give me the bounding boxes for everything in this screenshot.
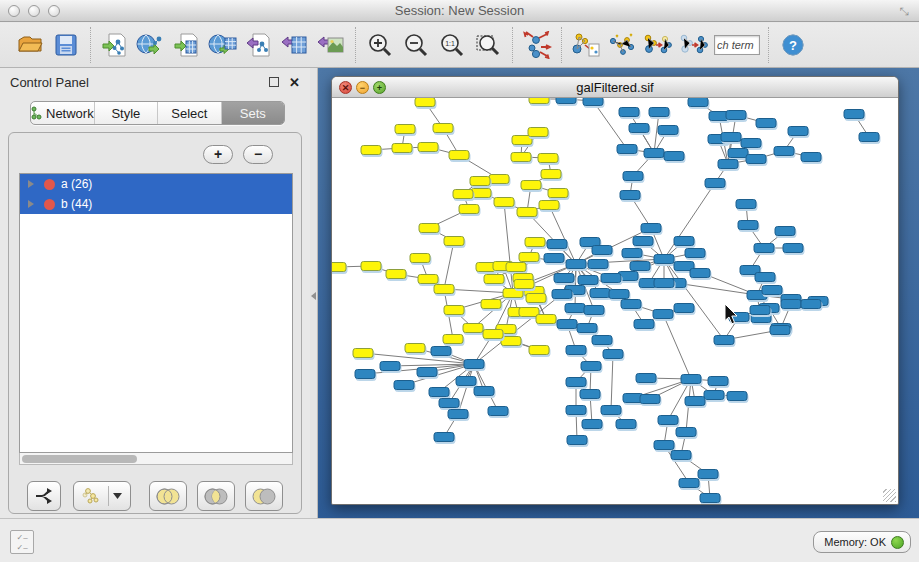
network-canvas[interactable] bbox=[332, 98, 898, 504]
split-arrows-icon bbox=[34, 487, 54, 505]
status-bar: ✓–✓– Memory: OK bbox=[0, 518, 919, 562]
control-panel-tabs: Network Style Select Sets bbox=[30, 101, 285, 125]
export-table-icon bbox=[281, 32, 309, 58]
export-network-button[interactable] bbox=[243, 29, 275, 61]
tab-style[interactable]: Style bbox=[95, 102, 158, 124]
zoom-actual-button[interactable]: 1:1 bbox=[436, 29, 468, 61]
set-color-dot bbox=[44, 199, 55, 210]
traffic-lights bbox=[8, 5, 60, 17]
zoom-selected-button[interactable] bbox=[472, 29, 504, 61]
intersection-icon bbox=[203, 488, 229, 505]
zoom-actual-icon: 1:1 bbox=[439, 32, 465, 58]
first-neighbors-icon bbox=[571, 31, 601, 59]
tab-select-label: Select bbox=[171, 106, 207, 121]
import-network-file-button[interactable] bbox=[99, 29, 131, 61]
minimize-window-button[interactable] bbox=[28, 5, 40, 17]
zoom-in-button[interactable] bbox=[364, 29, 396, 61]
import-network-web-button[interactable] bbox=[135, 29, 167, 61]
sets-horizontal-scrollbar[interactable] bbox=[19, 453, 293, 465]
minimize-view-button[interactable]: − bbox=[356, 81, 369, 94]
deselect-icon bbox=[679, 31, 709, 59]
help-icon: ? bbox=[781, 33, 805, 57]
zoom-out-button[interactable] bbox=[400, 29, 432, 61]
memory-label: Memory: OK bbox=[824, 536, 886, 548]
network-window-titlebar[interactable]: ✕ − + galFiltered.sif bbox=[332, 77, 898, 98]
zoom-selected-icon bbox=[475, 32, 501, 58]
fullscreen-icon[interactable]: ⤡ bbox=[897, 4, 911, 18]
network-desktop: ✕ − + galFiltered.sif bbox=[318, 68, 919, 518]
first-neighbors-button[interactable] bbox=[570, 29, 602, 61]
open-session-icon bbox=[17, 32, 43, 58]
difference-button[interactable] bbox=[245, 481, 283, 511]
export-image-button[interactable] bbox=[315, 29, 347, 61]
import-table-file-icon bbox=[173, 32, 201, 58]
tab-network[interactable]: Network bbox=[31, 102, 95, 124]
tab-network-label: Network bbox=[46, 106, 94, 121]
help-button[interactable]: ? bbox=[777, 29, 809, 61]
import-table-file-button[interactable] bbox=[171, 29, 203, 61]
set-color-dot bbox=[44, 179, 55, 190]
collapse-panel-icon[interactable] bbox=[311, 292, 316, 300]
maximize-view-button[interactable]: + bbox=[373, 81, 386, 94]
expand-triangle-icon[interactable] bbox=[28, 200, 34, 208]
task-history-button[interactable]: ✓–✓– bbox=[10, 530, 34, 554]
hide-selected-button[interactable] bbox=[606, 29, 638, 61]
apply-layout-button[interactable] bbox=[521, 29, 553, 61]
dropdown-arrow-icon bbox=[113, 493, 122, 499]
set-operations bbox=[9, 477, 303, 515]
network-view-title: galFiltered.sif bbox=[332, 80, 898, 95]
tab-sets[interactable]: Sets bbox=[222, 102, 284, 124]
import-table-web-icon bbox=[208, 32, 238, 58]
tab-sets-label: Sets bbox=[240, 106, 266, 121]
control-panel: Control Panel ✕ Network Style Select Set… bbox=[0, 68, 310, 518]
set-label: a (26) bbox=[61, 177, 92, 191]
network-graph[interactable] bbox=[332, 98, 898, 504]
network-view-window[interactable]: ✕ − + galFiltered.sif bbox=[331, 76, 899, 505]
split-set-button[interactable] bbox=[27, 481, 61, 511]
select-from-file-icon bbox=[643, 31, 673, 59]
tab-select[interactable]: Select bbox=[158, 102, 221, 124]
export-image-icon bbox=[317, 32, 345, 58]
window-titlebar: Session: New Session ⤡ bbox=[0, 0, 919, 22]
union-icon bbox=[155, 488, 181, 505]
zoom-in-icon bbox=[367, 32, 393, 58]
svg-text:?: ? bbox=[789, 38, 797, 53]
close-view-button[interactable]: ✕ bbox=[339, 81, 352, 94]
create-set-dropdown-button[interactable] bbox=[73, 481, 131, 511]
toolbar: 1:1 bbox=[0, 23, 919, 68]
difference-icon bbox=[251, 488, 277, 505]
hide-selected-icon bbox=[607, 31, 637, 59]
panel-splitter[interactable] bbox=[310, 68, 318, 518]
set-row-b[interactable]: b (44) bbox=[20, 194, 292, 214]
intersection-button[interactable] bbox=[197, 481, 235, 511]
export-network-icon bbox=[245, 32, 273, 58]
window-title: Session: New Session bbox=[0, 3, 919, 18]
set-label: b (44) bbox=[61, 197, 92, 211]
zoom-out-icon bbox=[403, 32, 429, 58]
yellow-network-icon bbox=[82, 487, 104, 505]
zoom-window-button[interactable] bbox=[48, 5, 60, 17]
expand-triangle-icon[interactable] bbox=[28, 180, 34, 188]
select-from-file-button[interactable] bbox=[642, 29, 674, 61]
add-set-button[interactable]: + bbox=[203, 145, 233, 164]
import-table-web-button[interactable] bbox=[207, 29, 239, 61]
deselect-button[interactable] bbox=[678, 29, 710, 61]
close-panel-icon[interactable]: ✕ bbox=[289, 75, 300, 90]
save-session-button[interactable] bbox=[50, 29, 82, 61]
network-tab-icon bbox=[31, 106, 42, 120]
resize-grip[interactable] bbox=[883, 489, 896, 502]
export-table-button[interactable] bbox=[279, 29, 311, 61]
tab-style-label: Style bbox=[111, 106, 140, 121]
svg-text:1:1: 1:1 bbox=[445, 40, 455, 47]
remove-set-button[interactable]: − bbox=[243, 145, 273, 164]
set-row-a[interactable]: a (26) bbox=[20, 174, 292, 194]
scrollbar-thumb[interactable] bbox=[22, 455, 137, 463]
open-session-button[interactable] bbox=[14, 29, 46, 61]
import-network-file-icon bbox=[101, 32, 129, 58]
search-input[interactable]: ch term bbox=[714, 35, 760, 55]
memory-status-button[interactable]: Memory: OK bbox=[813, 531, 911, 553]
sets-list: a (26) b (44) bbox=[19, 173, 293, 453]
union-button[interactable] bbox=[149, 481, 187, 511]
close-window-button[interactable] bbox=[8, 5, 20, 17]
float-panel-icon[interactable] bbox=[269, 77, 279, 87]
